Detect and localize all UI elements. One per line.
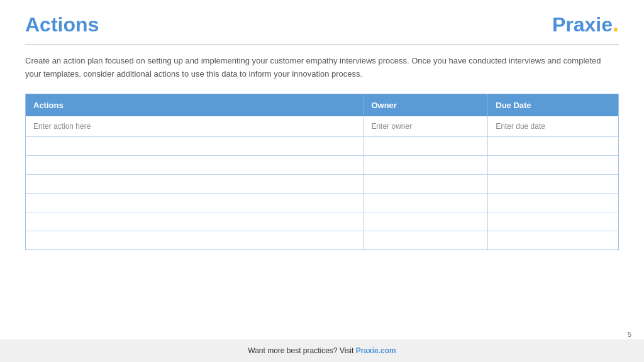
table-row	[26, 174, 618, 193]
footer-text: Want more best practices? Visit Praxie.c…	[248, 346, 396, 355]
description-text: Create an action plan focused on setting…	[25, 55, 619, 81]
logo: Praxie.	[552, 13, 619, 36]
cell-actions-1[interactable]: Enter action here	[26, 116, 364, 137]
cell-owner-4[interactable]	[364, 174, 488, 193]
table-body: Enter action here Enter owner Enter due …	[26, 116, 618, 250]
cell-owner-5[interactable]	[364, 193, 488, 212]
cell-actions-2[interactable]	[26, 136, 364, 155]
table-row	[26, 212, 618, 231]
cell-owner-1[interactable]: Enter owner	[364, 116, 488, 137]
table-header-row: Actions Owner Due Date	[26, 94, 618, 116]
page-number: 5	[628, 331, 631, 338]
cell-duedate-1[interactable]: Enter due date	[488, 116, 618, 137]
cell-actions-6[interactable]	[26, 212, 364, 231]
table-row	[26, 193, 618, 212]
page-title: Actions	[25, 13, 99, 36]
cell-actions-3[interactable]	[26, 155, 364, 174]
cell-actions-4[interactable]	[26, 174, 364, 193]
footer-label: Want more best practices? Visit	[248, 346, 355, 355]
cell-actions-7[interactable]	[26, 231, 364, 250]
cell-owner-6[interactable]	[364, 212, 488, 231]
header: Actions Praxie.	[25, 13, 619, 36]
actions-table: Actions Owner Due Date Enter action here…	[26, 94, 618, 250]
footer-link[interactable]: Praxie.com	[356, 346, 396, 355]
footer: Want more best practices? Visit Praxie.c…	[0, 339, 644, 362]
table-row	[26, 136, 618, 155]
table-row: Enter action here Enter owner Enter due …	[26, 116, 618, 137]
cell-duedate-2[interactable]	[488, 136, 618, 155]
cell-owner-7[interactable]	[364, 231, 488, 250]
col-header-owner: Owner	[364, 94, 488, 116]
table-header: Actions Owner Due Date	[26, 94, 618, 116]
cell-owner-2[interactable]	[364, 136, 488, 155]
actions-table-container: Actions Owner Due Date Enter action here…	[25, 94, 619, 251]
cell-duedate-6[interactable]	[488, 212, 618, 231]
cell-owner-3[interactable]	[364, 155, 488, 174]
cell-actions-5[interactable]	[26, 193, 364, 212]
cell-duedate-3[interactable]	[488, 155, 618, 174]
col-header-duedate: Due Date	[488, 94, 618, 116]
logo-text: Praxie	[552, 13, 613, 36]
cell-duedate-5[interactable]	[488, 193, 618, 212]
logo-dot: .	[613, 11, 619, 36]
table-row	[26, 231, 618, 250]
col-header-actions: Actions	[26, 94, 364, 116]
table-row	[26, 155, 618, 174]
divider	[25, 44, 619, 45]
cell-duedate-4[interactable]	[488, 174, 618, 193]
cell-duedate-7[interactable]	[488, 231, 618, 250]
main-content: Actions Praxie. Create an action plan fo…	[0, 0, 644, 250]
